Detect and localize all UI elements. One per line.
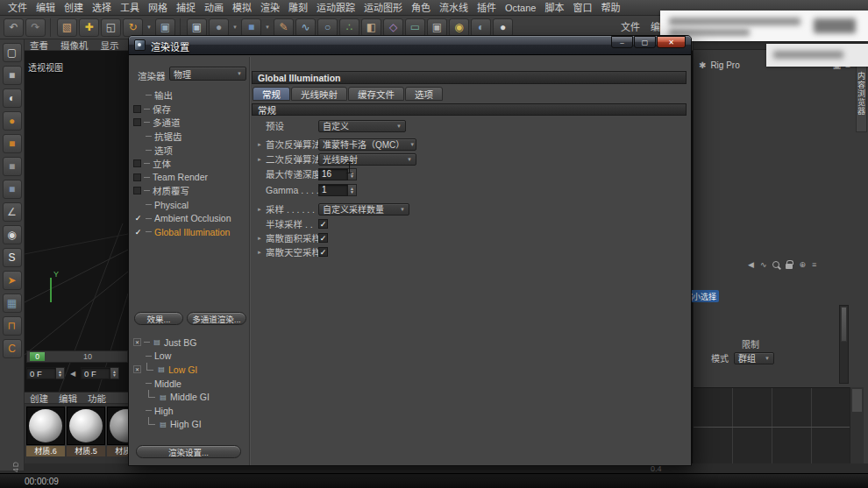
twist-arrow-icon[interactable]: ➤ <box>3 271 22 290</box>
render-settings-icon[interactable]: ● <box>209 18 229 37</box>
last-tool-icon[interactable]: ▣ <box>155 18 175 37</box>
material-menu-create[interactable]: 创建 <box>30 392 48 405</box>
menu-script[interactable]: 脚本 <box>540 0 568 16</box>
cube-primitive-icon[interactable]: ■ <box>241 18 261 37</box>
frame-stepper[interactable]: ▲▼ <box>56 367 65 379</box>
pen-tool-icon[interactable]: ✎ <box>274 18 294 37</box>
chevron-down-icon[interactable]: ▼ <box>263 25 272 30</box>
light-icon[interactable]: ◉ <box>449 18 469 37</box>
menu-select[interactable]: 选择 <box>88 0 116 16</box>
range-frame-field[interactable]: 0 F ▲▼ <box>81 367 119 379</box>
settings-item-stereo[interactable]: 立体 <box>132 157 247 171</box>
material-menu-edit[interactable]: 编辑 <box>59 392 77 405</box>
polyline-pen-icon[interactable]: ∠ <box>3 202 22 222</box>
tab-general[interactable]: 常规 <box>253 87 290 101</box>
settings-item-material-override[interactable]: 材质覆写 <box>132 184 247 198</box>
preset-dropdown[interactable]: 自定义 ▼ <box>318 120 406 132</box>
menu-plugins[interactable]: 插件 <box>473 0 501 16</box>
search-icon[interactable] <box>772 261 779 268</box>
rotate-tool-icon[interactable]: ↻ <box>123 18 143 37</box>
s-badge-icon[interactable]: S <box>3 248 22 267</box>
rig-pro-label[interactable]: Rig Pro <box>710 60 739 70</box>
fcurve-timeline[interactable] <box>694 387 850 464</box>
arrow-left-icon[interactable]: ◀ <box>748 260 754 269</box>
check-icon[interactable]: ✓ <box>133 228 143 237</box>
spline-icon[interactable]: ∿ <box>295 18 316 37</box>
enable-checkbox[interactable] <box>133 159 141 167</box>
settings-item-ambient-occlusion[interactable]: ✓Ambient Occlusion <box>132 211 247 225</box>
floor-icon[interactable]: ▭ <box>405 18 425 37</box>
magnet-icon[interactable]: ⊓ <box>3 316 22 336</box>
menu-render[interactable]: 渲染 <box>256 0 284 16</box>
cube-blue-icon[interactable]: ■ <box>3 180 22 199</box>
menu-create[interactable]: 创建 <box>60 0 88 16</box>
material-thumbnail[interactable] <box>67 407 105 445</box>
settings-item-antialias[interactable]: 抗锯齿 <box>132 130 247 144</box>
take-just-bg[interactable]: ✕▤Just BG <box>132 336 247 350</box>
maximize-button[interactable]: ▢ <box>634 36 656 48</box>
move-tool-icon[interactable]: ✚ <box>79 18 99 37</box>
primary-method-dropdown[interactable]: 准蒙特卡洛（QMC） ▼ <box>318 138 416 151</box>
rig-pro-icon[interactable]: ✱ <box>699 60 706 70</box>
menu-pipeline[interactable]: 流水线 <box>435 0 473 16</box>
twirl-icon[interactable]: ► <box>257 142 266 147</box>
camera-icon[interactable]: ▣ <box>427 18 447 37</box>
tab-content-browser[interactable]: 内容浏览器 <box>856 55 867 132</box>
settings-item-output[interactable]: 输出 <box>132 88 247 103</box>
take-middle-gi[interactable]: ▤Middle GI <box>132 390 247 404</box>
material-name[interactable]: 材质.5 <box>67 446 105 456</box>
enable-checkbox[interactable] <box>133 105 141 113</box>
renderer-dropdown[interactable]: 物理 ▼ <box>169 67 246 81</box>
samples-dropdown[interactable]: 自定义采样数量 ▼ <box>318 203 409 216</box>
frame-stepper[interactable]: ▲▼ <box>110 367 119 379</box>
deformer-icon[interactable]: ◇ <box>383 18 403 37</box>
menu-mograph[interactable]: 运动图形 <box>359 0 407 16</box>
menu-snap[interactable]: 捕捉 <box>172 0 200 16</box>
orange-sphere-icon[interactable]: ● <box>3 111 22 131</box>
menu-octane[interactable]: Octane <box>501 0 540 16</box>
take-low-gi[interactable]: ✕▤Low GI <box>132 363 247 377</box>
menu-window[interactable]: 窗口 <box>568 0 596 16</box>
render-settings-button[interactable]: 渲染设置... <box>136 445 241 458</box>
take-low[interactable]: Low <box>132 350 247 364</box>
material-name[interactable]: 材质.6 <box>26 446 65 456</box>
live-selection-icon[interactable]: ▧ <box>57 18 77 37</box>
c-spline-icon[interactable]: C <box>3 339 22 358</box>
cloner-icon[interactable]: ∴ <box>339 18 359 37</box>
viewport-menu-view[interactable]: 查看 <box>30 39 48 52</box>
twirl-icon[interactable]: ► <box>257 250 266 255</box>
menu-mesh[interactable]: 网格 <box>144 0 172 16</box>
menu-motion-tracker[interactable]: 运动跟踪 <box>312 0 359 16</box>
cube-orange-icon[interactable]: ■ <box>3 134 22 153</box>
enable-checkbox[interactable] <box>133 173 141 181</box>
menu-edit[interactable]: 编辑 <box>32 0 60 16</box>
menu-file[interactable]: 文件 <box>4 0 32 16</box>
scrollbar-thumb[interactable] <box>841 307 847 342</box>
multipass-render-button[interactable]: 多通道渲染... <box>187 312 246 325</box>
tab-cache-files[interactable]: 缓存文件 <box>348 87 404 101</box>
current-frame-field[interactable]: 0 F ▲▼ <box>26 367 65 379</box>
material-ball-icon[interactable]: ● <box>493 18 513 37</box>
twirl-icon[interactable]: ► <box>257 207 266 212</box>
circle-spline-icon[interactable]: ○ <box>317 18 338 37</box>
settings-item-team-render[interactable]: Team Render <box>132 171 247 185</box>
settings-item-global-illumination[interactable]: ✓Global Illumination <box>132 225 247 239</box>
enable-checkbox[interactable] <box>133 118 141 126</box>
sky-sampling-checkbox[interactable]: ✓ <box>318 247 328 257</box>
plus-icon[interactable]: ⊕ <box>799 260 806 269</box>
material-thumbnail[interactable] <box>26 407 65 445</box>
tab-options[interactable]: 选项 <box>405 87 443 101</box>
secondary-method-dropdown[interactable]: 光线映射 ▼ <box>318 153 416 166</box>
boole-icon[interactable]: ◧ <box>361 18 381 37</box>
wave-icon[interactable]: ∿ <box>760 260 767 269</box>
dialog-titlebar[interactable]: 渲染设置 – ▢ ✕ <box>129 36 691 55</box>
take-mark-icon[interactable]: ✕ <box>133 365 141 373</box>
sky-icon[interactable]: ◐ <box>471 18 491 37</box>
checker-sphere-icon[interactable]: ◐ <box>3 88 22 108</box>
burger-menu-icon[interactable]: ≡ <box>812 260 816 269</box>
dock-menu-file[interactable]: 文件 <box>621 19 640 33</box>
check-icon[interactable]: ✓ <box>133 214 143 223</box>
enable-checkbox[interactable] <box>133 187 141 194</box>
minimize-button[interactable]: – <box>611 36 633 48</box>
layout-icon[interactable]: ▢ <box>3 43 22 62</box>
